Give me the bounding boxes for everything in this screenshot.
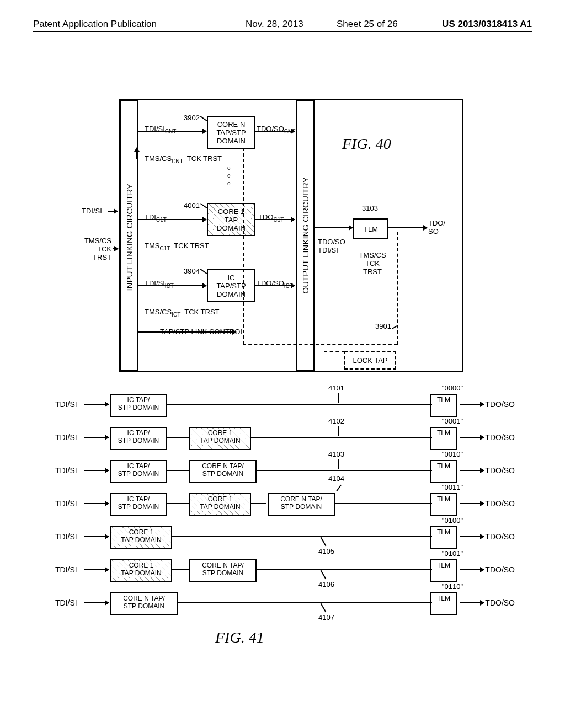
coreN-tap: CORE N TAP/ STP DOMAIN <box>268 493 335 516</box>
core-1-domain: CORE 1 TAP DOMAIN <box>207 203 255 236</box>
coreN-tap: CORE N TAP/ STP DOMAIN <box>189 460 257 483</box>
arrow-icon <box>460 404 484 405</box>
coreN-tdi: TDI/SICNT <box>145 125 176 135</box>
core1-tdi: TDIC1T <box>145 213 167 223</box>
arrow-icon <box>84 602 109 603</box>
arrow-ic-out <box>254 285 295 286</box>
arrow-icon <box>84 503 109 504</box>
ref-3901: 3901 <box>375 322 391 331</box>
ext-tms-tck-trst: TMS/CSTCKTRST <box>79 237 111 262</box>
ic-tap-stp: IC TAP/ STP DOMAIN <box>110 460 167 483</box>
ic-tap-stp: IC TAP/ STP DOMAIN <box>110 427 167 450</box>
ic-tap-stp: IC TAP/ STP DOMAIN <box>110 493 167 516</box>
ic-tdo: TDO/SOICT <box>257 279 293 290</box>
arrow-icon <box>460 536 484 537</box>
ic-tdi: TDI/SIICT <box>145 279 174 290</box>
arrow-to-tlm <box>313 227 353 228</box>
arrow-icon <box>84 569 109 570</box>
chain-4102: TDI/SI IC TAP/ STP DOMAIN CORE 1 TAP DOM… <box>91 425 477 455</box>
core1-tap: CORE 1 TAP DOMAIN <box>110 559 172 582</box>
ic-tap-stp: IC TAP/ STP DOMAIN <box>110 394 167 417</box>
arrow-icon <box>460 602 484 603</box>
sheet-number: Sheet 25 of 26 <box>337 19 398 30</box>
lock-tap-box: LOCK TAP <box>344 351 396 370</box>
arrow-core1-in <box>137 219 206 220</box>
arrow-coreN-out <box>254 131 295 132</box>
ref-3103: 3103 <box>362 204 378 213</box>
arrow-icon <box>84 470 109 471</box>
ref-4001: 4001 <box>184 201 200 210</box>
chain-4101: TDI/SI IC TAP/ STP DOMAIN TLM "0000" 410… <box>91 392 477 422</box>
tlm-box: TLM <box>430 394 457 417</box>
ellipsis-vert: ooo <box>227 164 232 188</box>
core1-tap: CORE 1 TAP DOMAIN <box>189 427 251 450</box>
core1-tdo: TDOC1T <box>258 213 284 223</box>
chain-4105: TDI/SI CORE 1 TAP DOMAIN TLM "0100" 4105… <box>91 524 477 554</box>
tlm-box: TLM <box>430 526 457 549</box>
dashed-inner-v <box>243 148 244 344</box>
figure-41: TDI/SI IC TAP/ STP DOMAIN TLM "0000" 410… <box>91 392 477 640</box>
tlm-box: TLM <box>430 427 457 450</box>
chain-4106: TDI/SI CORE 1 TAP DOMAIN CORE N TAP/ STP… <box>91 557 477 587</box>
output-linking-circuitry: OUTPUT LINKING CIRCUITRY <box>296 100 315 371</box>
tdo-so-out: TDO/SO <box>428 220 445 236</box>
arrow-icon <box>84 437 109 438</box>
dashed-3901-v <box>397 232 398 345</box>
coreN-tap: CORE N TAP/ STP DOMAIN <box>110 592 178 615</box>
chain-4107: TDI/SI CORE N TAP/ STP DOMAIN TLM "0110"… <box>91 590 477 620</box>
core-n-domain: CORE N TAP/STP DOMAIN <box>207 116 255 149</box>
arrow-icon <box>460 470 484 471</box>
core1-tms: TMSC1T TCK TRST <box>145 242 209 252</box>
publication-number: US 2013/0318413 A1 <box>442 19 532 30</box>
ext-tdi-si: TDI/SI <box>82 207 102 216</box>
tlm-sig-left: TDO/SOTDI/SI <box>318 238 345 255</box>
ref-3902: 3902 <box>184 114 200 122</box>
core1-tap: CORE 1 TAP DOMAIN <box>189 493 251 516</box>
arrow-icon <box>84 536 109 537</box>
publication-date: Nov. 28, 2013 <box>246 19 303 30</box>
coreN-tdo: TDO/SOCNT <box>257 125 295 135</box>
ic-tms: TMS/CSICT TCK TRST <box>145 308 220 318</box>
input-linking-circuitry: INPUT LINKING CIRCUITRY <box>120 100 138 371</box>
arrow-coreN-in <box>137 131 206 132</box>
coreN-tms: TMS/CSCNT TCK TRST <box>145 154 222 165</box>
tlm-box: TLM <box>430 592 457 615</box>
core1-tap: CORE 1 TAP DOMAIN <box>110 526 172 549</box>
arrow-icon <box>84 404 109 405</box>
arrow-core1-out <box>254 219 295 220</box>
publication-label: Patent Application Publication <box>33 19 157 30</box>
ref-3904: 3904 <box>184 267 200 276</box>
arrow-tlm-out <box>387 227 427 228</box>
chain-4103: TDI/SI IC TAP/ STP DOMAIN CORE N TAP/ ST… <box>91 458 477 488</box>
tlm-box: TLM <box>353 218 388 239</box>
arrow-icon <box>460 503 484 504</box>
tlm-sig-right: TMS/CSTCKTRST <box>353 251 392 276</box>
tlm-box: TLM <box>430 559 457 582</box>
arrow-icon <box>460 437 484 438</box>
coreN-tap: CORE N TAP/ STP DOMAIN <box>189 559 257 582</box>
ic-domain: IC TAP/STP DOMAIN <box>207 269 255 302</box>
arrow-link-control <box>137 331 236 333</box>
chain-4104: TDI/SI IC TAP/ STP DOMAIN CORE 1 TAP DOM… <box>91 491 477 521</box>
page-header: Patent Application Publication Nov. 28, … <box>33 31 532 32</box>
tlm-box: TLM <box>430 493 457 516</box>
arrow-icon <box>460 569 484 570</box>
arrow-ic-in <box>137 285 206 286</box>
tlm-box: TLM <box>430 460 457 483</box>
arrow-tms-in <box>113 248 118 249</box>
arrow-tdi-in <box>108 211 118 212</box>
